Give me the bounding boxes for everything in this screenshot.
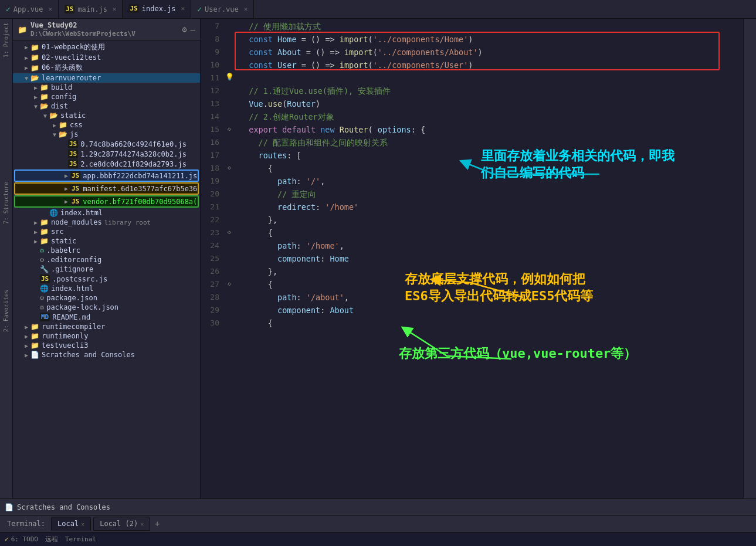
tree-item-js-1[interactable]: JS 1.29c287744274a328c0b2.js	[13, 149, 200, 159]
code-line-18: {	[239, 162, 743, 175]
tree-item-index-html-root[interactable]: 🌐 index.html	[13, 284, 200, 293]
tree-item-readme[interactable]: MD README.md	[13, 312, 200, 322]
chevron-right-icon: ▶	[62, 185, 70, 192]
bottom-panel: 📄 Scratches and Consoles Terminal: Local…	[0, 498, 756, 546]
status-todo-label: 6: TODO	[11, 535, 38, 543]
chevron-right-icon: ▶	[62, 198, 70, 205]
tree-item-config[interactable]: ▶ 📁 config	[13, 92, 200, 101]
json-file-icon: ⚙	[40, 303, 44, 311]
tab-close-main-js[interactable]: ✕	[113, 5, 117, 13]
tree-label: runtimeonly	[42, 332, 88, 340]
js-file-icon: JS	[68, 150, 78, 158]
project-root-name: Vue_Study02	[30, 21, 77, 29]
tree-item-static-dist[interactable]: ▼ 📂 static	[13, 111, 200, 120]
status-remote[interactable]: 远程	[45, 535, 58, 544]
status-todo[interactable]: ✓ 6: TODO	[5, 535, 38, 543]
tree-item-css[interactable]: ▶ 📁 css	[13, 120, 200, 130]
tab-close-app-vue[interactable]: ✕	[48, 5, 52, 13]
tab-label-user-vue: User.vue	[205, 5, 239, 13]
js-file-icon: JS	[68, 160, 78, 168]
tree-item-gitignore[interactable]: 🔧 .gitignore	[13, 264, 200, 274]
code-line-12: // 1.通过Vue.use(插件), 安装插件	[239, 84, 743, 97]
tree-item-webpack[interactable]: ▶ 📁 01-webpack的使用	[13, 42, 200, 53]
project-panel-toggle[interactable]: 1: Project	[3, 19, 9, 61]
tree-label: js	[70, 130, 78, 138]
code-area[interactable]: // 使用懒加载方式 const Home = () => import('..…	[235, 19, 743, 498]
folder-icon: 📁	[30, 332, 39, 340]
main-layout: 1: Project 7: Structure 2: Favorites 📁 V…	[0, 19, 756, 498]
tree-label: runtimecompiler	[42, 323, 105, 331]
tree-item-js-folder[interactable]: ▼ 📂 js	[13, 130, 200, 139]
terminal-add-button[interactable]: +	[151, 518, 163, 530]
chevron-right-icon: ▶	[32, 94, 40, 100]
terminal-tab-close-1[interactable]: ✕	[81, 521, 84, 527]
chevron-down-icon: ▼	[32, 103, 40, 110]
terminal-tab-label-2: Local (2)	[100, 520, 138, 528]
tree-label: static	[60, 111, 86, 120]
status-terminal[interactable]: Terminal	[65, 535, 96, 543]
terminal-tab-local-1[interactable]: Local ✕	[51, 517, 91, 531]
tree-item-src[interactable]: ▶ 📁 src	[13, 227, 200, 236]
left-sidebar-strip: 1: Project 7: Structure 2: Favorites	[0, 19, 13, 498]
tree-item-babelrc[interactable]: ⚙ .babelrc	[13, 246, 200, 255]
tree-item-node-modules[interactable]: ▶ 📁 node_modules library root	[13, 218, 200, 227]
js-file-icon: JS	[68, 140, 78, 148]
scratches-label: Scratches and Consoles	[17, 503, 110, 511]
tree-label: build	[51, 83, 72, 91]
tree-item-js-app[interactable]: ▶ JS app.bbbf222dcbd74a141211.js	[14, 169, 199, 182]
code-line-19: path: '/',	[239, 175, 743, 188]
settings-icon[interactable]: ⚙	[182, 25, 187, 34]
git-file-icon: 🔧	[40, 265, 49, 273]
tree-item-testvuecli3[interactable]: ▶ 📁 testvuecli3	[13, 341, 200, 350]
favorites-panel-toggle[interactable]: 2: Favorites	[3, 286, 9, 335]
tree-item-js-2[interactable]: JS 2.ce8dc0dc21f829da2793.js	[13, 159, 200, 169]
structure-panel-toggle[interactable]: 7: Structure	[3, 178, 9, 228]
chevron-right-icon: ▶	[22, 333, 30, 340]
tree-item-learnvuerouter[interactable]: ▼ 📂 learnvuerouter	[13, 73, 200, 83]
code-editor-wrapper: 7 8 9 10 11 12 13 14 15 16 17 18 19 20 2…	[201, 19, 756, 498]
tab-app-vue[interactable]: ✓ App.vue ✕	[0, 0, 59, 18]
tab-user-vue[interactable]: ✓ User.vue ✕	[191, 0, 254, 18]
tree-item-runtimecompiler[interactable]: ▶ 📁 runtimecompiler	[13, 322, 200, 331]
tree-label: index.html	[51, 284, 93, 293]
tree-label: css	[70, 121, 83, 129]
code-line-25: component: Home	[239, 252, 743, 265]
tree-item-scratches[interactable]: ▶ 📄 Scratches and Consoles	[13, 350, 200, 360]
code-line-28: path: '/about',	[239, 291, 743, 304]
folder-icon: 📁	[40, 237, 49, 245]
tab-main-js[interactable]: JS main.js ✕	[59, 0, 123, 18]
tree-item-js-0[interactable]: JS 0.74c8ba6620c4924f61e0.js	[13, 139, 200, 149]
tree-item-js-vendor[interactable]: ▶ JS vendor.bf721f00db70d95068a(...	[14, 195, 199, 208]
js-icon-index: JS	[128, 4, 138, 13]
tree-item-dist[interactable]: ▼ 📂 dist	[13, 101, 200, 111]
tree-item-package-lock[interactable]: ⚙ package-lock.json	[13, 303, 200, 312]
tab-index-js[interactable]: JS index.js ✕	[123, 0, 191, 18]
tree-item-runtimeonly[interactable]: ▶ 📁 runtimeonly	[13, 331, 200, 341]
chevron-right-icon: ▶	[22, 342, 30, 349]
chevron-right-icon: ▶	[22, 352, 30, 358]
folder-icon: 📁	[18, 25, 27, 34]
project-tree: ▶ 📁 01-webpack的使用 ▶ 📁 02-vuecli2test ▶ 📁	[13, 40, 200, 498]
terminal-tab-close-2[interactable]: ✕	[140, 521, 144, 527]
code-line-7: // 使用懒加载方式	[239, 20, 743, 33]
minimize-icon[interactable]: —	[191, 25, 195, 34]
tree-item-arrow-fn[interactable]: ▶ 📁 06-箭头函数	[13, 62, 200, 73]
chevron-right-icon: ▶	[22, 324, 30, 330]
tree-label: package.json	[46, 294, 97, 302]
tree-item-postcssrc[interactable]: JS .postcssrc.js	[13, 274, 200, 284]
tab-close-index-js[interactable]: ✕	[181, 5, 185, 12]
code-line-8: const Home = () => import('../components…	[239, 33, 743, 46]
tree-label: static	[51, 237, 76, 245]
tree-item-index-html-dist[interactable]: 🌐 index.html	[13, 208, 200, 218]
chevron-right-icon: ▶	[62, 172, 70, 179]
tree-item-build[interactable]: ▶ 📁 build	[13, 83, 200, 92]
tree-label: 02-vuecli2test	[42, 53, 101, 62]
tree-item-vuecli2[interactable]: ▶ 📁 02-vuecli2test	[13, 53, 200, 62]
tree-item-package-json[interactable]: ⚙ package.json	[13, 293, 200, 303]
tree-item-editorconfig[interactable]: ⚙ .editorconfig	[13, 255, 200, 264]
tree-item-js-manifest[interactable]: ▶ JS manifest.6d1e3577afc67b5e36...	[14, 182, 199, 195]
tab-close-user-vue[interactable]: ✕	[244, 5, 248, 13]
terminal-tab-local-2[interactable]: Local (2) ✕	[93, 517, 150, 531]
project-root-label: Vue_Study02 D:\CWork\WebStormProjects\V	[30, 21, 178, 38]
tree-item-static-root[interactable]: ▶ 📁 static	[13, 236, 200, 246]
